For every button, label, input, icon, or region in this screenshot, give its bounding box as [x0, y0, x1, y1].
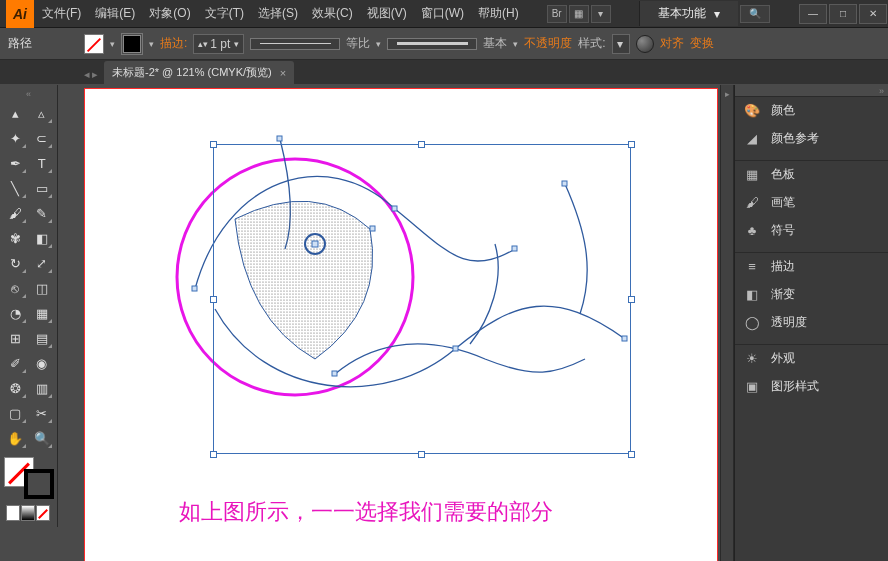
brush-dropdown[interactable] — [387, 38, 477, 50]
toolbox: « ▴▵ ✦⊂ ✒T ╲▭ 🖌✎ ✾◧ ↻⤢ ⎋◫ ◔▦ ⊞▤ ✐◉ ❂▥ ▢✂… — [0, 85, 58, 527]
palette-icon: 🎨 — [743, 102, 761, 120]
free-transform-tool[interactable]: ◫ — [30, 277, 55, 300]
instruction-text: 如上图所示，一一选择我们需要的部分 — [179, 497, 553, 527]
tab-prev[interactable]: ◂ — [84, 68, 90, 81]
menu-window[interactable]: 窗口(W) — [415, 1, 470, 26]
search-button[interactable]: 🔍 — [740, 5, 770, 23]
menu-view[interactable]: 视图(V) — [361, 1, 413, 26]
panel-swatches[interactable]: ▦色板 — [735, 161, 888, 189]
color-mode-none[interactable] — [36, 505, 50, 521]
brush-label: 基本 — [483, 35, 507, 52]
menu-help[interactable]: 帮助(H) — [472, 1, 525, 26]
transform-label[interactable]: 变换 — [690, 35, 714, 52]
close-button[interactable]: ✕ — [859, 4, 887, 24]
scale-tool[interactable]: ⤢ — [30, 252, 55, 275]
stroke-label[interactable]: 描边: — [160, 35, 187, 52]
artboard-tool[interactable]: ▢ — [3, 402, 28, 425]
type-tool[interactable]: T — [30, 152, 55, 175]
graph-tool[interactable]: ▥ — [30, 377, 55, 400]
recolor-button[interactable] — [636, 35, 654, 53]
width-tool[interactable]: ⎋ — [3, 277, 28, 300]
eyedropper-tool[interactable]: ✐ — [3, 352, 28, 375]
profile-dropdown[interactable] — [250, 38, 340, 50]
dropdown-icon[interactable]: ▾ — [376, 39, 381, 49]
panel-stroke[interactable]: ≡描边 — [735, 253, 888, 281]
canvas-area[interactable]: 如上图所示，一一选择我们需要的部分 — [60, 85, 718, 561]
menu-effect[interactable]: 效果(C) — [306, 1, 359, 26]
screen-mode-button[interactable]: ▾ — [591, 5, 611, 23]
stroke-color-swatch[interactable] — [24, 469, 54, 499]
dropdown-icon[interactable]: ▾ — [149, 39, 154, 49]
dropdown-icon[interactable]: ▾ — [110, 39, 115, 49]
profile-label: 等比 — [346, 35, 370, 52]
blend-tool[interactable]: ◉ — [30, 352, 55, 375]
magic-wand-tool[interactable]: ✦ — [3, 127, 28, 150]
lasso-tool[interactable]: ⊂ — [30, 127, 55, 150]
symbol-sprayer-tool[interactable]: ❂ — [3, 377, 28, 400]
shape-builder-tool[interactable]: ◔ — [3, 302, 28, 325]
menu-edit[interactable]: 编辑(E) — [89, 1, 141, 26]
panel-symbols[interactable]: ♣符号 — [735, 217, 888, 245]
graphic-styles-icon: ▣ — [743, 378, 761, 396]
menu-select[interactable]: 选择(S) — [252, 1, 304, 26]
color-mode-gradient[interactable] — [21, 505, 35, 521]
fill-swatch[interactable] — [84, 34, 104, 54]
paintbrush-tool[interactable]: 🖌 — [3, 202, 28, 225]
document-tab[interactable]: 未标题-2* @ 121% (CMYK/预览) × — [104, 61, 294, 84]
gradient-tool[interactable]: ▤ — [30, 327, 55, 350]
gradient-icon: ◧ — [743, 286, 761, 304]
selection-bounds — [213, 144, 631, 454]
hand-tool[interactable]: ✋ — [3, 427, 28, 450]
pen-tool[interactable]: ✒ — [3, 152, 28, 175]
workspace-switcher[interactable]: 基本功能 ▾ — [639, 1, 738, 26]
symbols-icon: ♣ — [743, 222, 761, 240]
style-dropdown[interactable]: ▾ — [612, 34, 630, 54]
slice-tool[interactable]: ✂ — [30, 402, 55, 425]
panel-color[interactable]: 🎨颜色 — [735, 97, 888, 125]
stroke-weight-input[interactable]: ▴▾ 1 pt ▾ — [193, 34, 244, 54]
rectangle-tool[interactable]: ▭ — [30, 177, 55, 200]
panel-brushes[interactable]: 🖌画笔 — [735, 189, 888, 217]
svg-rect-4 — [192, 286, 197, 291]
tab-title: 未标题-2* @ 121% (CMYK/预览) — [112, 65, 272, 80]
rotate-tool[interactable]: ↻ — [3, 252, 28, 275]
menu-file[interactable]: 文件(F) — [36, 1, 87, 26]
svg-rect-5 — [277, 136, 282, 141]
dock-collapse-strip[interactable]: ▸ — [720, 85, 734, 561]
panel-color-guide[interactable]: ◢颜色参考 — [735, 125, 888, 153]
menu-type[interactable]: 文字(T) — [199, 1, 250, 26]
color-mode-color[interactable] — [6, 505, 20, 521]
opacity-label[interactable]: 不透明度 — [524, 35, 572, 52]
control-bar: 路径 ▾ ▾ 描边: ▴▾ 1 pt ▾ 等比 ▾ 基本 ▾ 不透明度 样式: … — [0, 28, 888, 60]
panel-graphic-styles[interactable]: ▣图形样式 — [735, 373, 888, 401]
selection-tool[interactable]: ▴ — [3, 102, 28, 125]
bridge-button[interactable]: Br — [547, 5, 567, 23]
eraser-tool[interactable]: ◧ — [30, 227, 55, 250]
panel-transparency[interactable]: ◯透明度 — [735, 309, 888, 337]
stroke-swatch[interactable] — [121, 33, 143, 55]
dropdown-icon[interactable]: ▾ — [513, 39, 518, 49]
panel-gradient[interactable]: ◧渐变 — [735, 281, 888, 309]
dock-collapse-icon[interactable]: » — [879, 86, 884, 96]
brush-icon: 🖌 — [743, 194, 761, 212]
swatches-icon: ▦ — [743, 166, 761, 184]
pencil-tool[interactable]: ✎ — [30, 202, 55, 225]
panel-appearance[interactable]: ☀外观 — [735, 345, 888, 373]
arrange-docs-button[interactable]: ▦ — [569, 5, 589, 23]
menu-object[interactable]: 对象(O) — [143, 1, 196, 26]
document-tabs: ◂▸ 未标题-2* @ 121% (CMYK/预览) × — [0, 60, 888, 84]
direct-selection-tool[interactable]: ▵ — [30, 102, 55, 125]
toolbox-collapse[interactable]: « — [2, 89, 55, 99]
fill-stroke-indicator[interactable] — [4, 457, 54, 499]
minimize-button[interactable]: — — [799, 4, 827, 24]
tab-next[interactable]: ▸ — [92, 68, 98, 81]
tab-close-icon[interactable]: × — [280, 67, 286, 79]
blob-brush-tool[interactable]: ✾ — [3, 227, 28, 250]
perspective-tool[interactable]: ▦ — [30, 302, 55, 325]
line-tool[interactable]: ╲ — [3, 177, 28, 200]
maximize-button[interactable]: □ — [829, 4, 857, 24]
mesh-tool[interactable]: ⊞ — [3, 327, 28, 350]
workspace-label: 基本功能 — [658, 5, 706, 22]
zoom-tool[interactable]: 🔍 — [30, 427, 55, 450]
align-label[interactable]: 对齐 — [660, 35, 684, 52]
